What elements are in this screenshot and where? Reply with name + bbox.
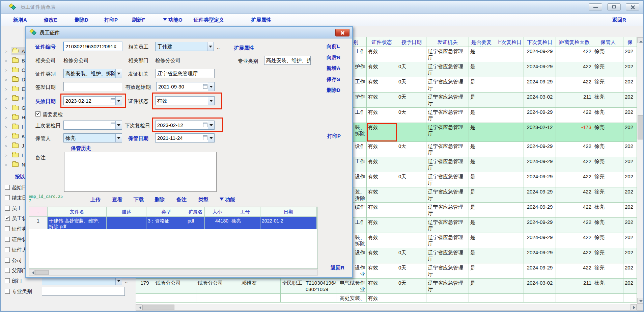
- filter-condition-link[interactable]: 按以: [15, 174, 25, 180]
- employee-more-button[interactable]: ..: [217, 44, 220, 50]
- chevron-down-icon[interactable]: [115, 97, 122, 105]
- table-cell: 0天: [397, 248, 426, 263]
- horizontal-scroll-thumb[interactable]: [35, 270, 49, 275]
- scroll-left-button[interactable]: [29, 270, 35, 275]
- keeper-combobox[interactable]: 徐亮: [63, 133, 122, 142]
- toolbar-item-2[interactable]: 修改E: [44, 17, 57, 23]
- keep-date-datepicker[interactable]: 2021-11-24: [155, 133, 215, 142]
- chevron-right-icon[interactable]: >: [5, 153, 7, 158]
- table-cell: 0天: [397, 77, 426, 93]
- checkbox[interactable]: [5, 226, 10, 231]
- attachment-action-5[interactable]: 备注: [176, 197, 187, 203]
- table-cell: 2024-09-29: [524, 108, 556, 123]
- chevron-down-icon[interactable]: [208, 82, 214, 91]
- restore-button[interactable]: [607, 3, 621, 10]
- chevron-right-icon[interactable]: >: [5, 125, 7, 130]
- dialog-nav-link-3[interactable]: 新增A: [327, 65, 340, 72]
- toolbar-item-7[interactable]: 证件类型定义: [194, 17, 224, 23]
- close-button[interactable]: [626, 3, 639, 10]
- sign-date-input[interactable]: [63, 82, 122, 91]
- toolbar-item-1[interactable]: 新增A: [13, 17, 27, 23]
- checkbox[interactable]: [5, 278, 10, 283]
- table-horizontal-scrollbar[interactable]: [136, 304, 637, 311]
- need-recheck-checkbox[interactable]: [35, 111, 40, 116]
- chevron-right-icon[interactable]: >: [5, 106, 7, 111]
- chevron-right-icon[interactable]: >: [5, 134, 7, 139]
- dialog-nav-link-5[interactable]: 删除D: [327, 87, 340, 94]
- checkbox[interactable]: [5, 289, 10, 294]
- chevron-right-icon[interactable]: >: [5, 68, 7, 73]
- checkbox[interactable]: [5, 195, 10, 200]
- dept-more-button[interactable]: ..: [125, 278, 128, 284]
- scroll-left-button[interactable]: [136, 304, 142, 310]
- major-input[interactable]: 高处安装、维护、拆除作: [264, 56, 311, 65]
- checkbox[interactable]: [5, 268, 10, 273]
- dialog-titlebar: 员工证件: [26, 27, 352, 38]
- chevron-down-icon[interactable]: [115, 134, 122, 142]
- minimize-button[interactable]: [589, 3, 602, 10]
- chevron-down-icon[interactable]: [208, 134, 214, 142]
- chevron-right-icon[interactable]: >: [5, 144, 7, 149]
- employee-combobox[interactable]: 于伟建: [155, 42, 214, 51]
- issuer-input[interactable]: 辽宁省应急管理厅: [155, 69, 215, 78]
- chevron-right-icon[interactable]: >: [5, 162, 7, 167]
- scroll-up-button[interactable]: [637, 37, 644, 43]
- back-button[interactable]: 返回R: [612, 17, 626, 23]
- attachment-action-6[interactable]: 类型: [198, 197, 208, 203]
- table-row[interactable]: 高处安装、有效: [136, 294, 637, 303]
- cert-type-combobox[interactable]: 高处安装、维护、拆除: [63, 69, 122, 78]
- remark-textarea[interactable]: [64, 152, 217, 192]
- chevron-down-icon[interactable]: [115, 121, 122, 129]
- toolbar-item-8[interactable]: 扩展属性: [251, 17, 271, 23]
- dialog-close-button[interactable]: [335, 29, 349, 36]
- attachment-action-2[interactable]: 查看: [112, 197, 122, 203]
- scroll-right-button[interactable]: [631, 304, 637, 310]
- chevron-down-icon[interactable]: [208, 97, 214, 105]
- attachment-action-3[interactable]: 下载: [134, 197, 144, 203]
- attachment-func-menu[interactable]: 功能: [220, 197, 235, 203]
- print-link[interactable]: 打印P: [327, 133, 341, 139]
- scroll-down-button[interactable]: [637, 298, 644, 304]
- table-row[interactable]: 179试验分公司试验分公司邓维友全民职工T2103041964 03021059…: [136, 279, 637, 294]
- valid-from-datepicker[interactable]: 2021-09-30: [156, 82, 215, 91]
- status-combobox[interactable]: 有效: [155, 96, 215, 105]
- chevron-right-icon[interactable]: >: [5, 87, 7, 92]
- dialog-horizontal-scrollbar[interactable]: [29, 269, 318, 276]
- attachment-action-1[interactable]: 上传: [90, 197, 101, 203]
- dialog-nav-link-4[interactable]: 保存S: [327, 76, 340, 83]
- checkbox[interactable]: [5, 185, 10, 190]
- chevron-right-icon[interactable]: >: [5, 77, 7, 82]
- chevron-right-icon[interactable]: >: [5, 49, 7, 54]
- chevron-right-icon[interactable]: >: [5, 115, 7, 120]
- horizontal-scroll-thumb[interactable]: [142, 305, 174, 310]
- keep-history-link[interactable]: 保管历史: [71, 145, 91, 152]
- expire-date-datepicker[interactable]: 2023-02-12: [63, 96, 122, 105]
- checkbox[interactable]: [5, 258, 10, 263]
- vertical-scroll-thumb[interactable]: [638, 115, 644, 139]
- table-cell: 辽宁省应急管理厅: [426, 233, 469, 248]
- toolbar-item-3[interactable]: 删除D: [75, 17, 88, 23]
- major-filter-input[interactable]: [42, 287, 125, 296]
- next-recheck-datepicker[interactable]: 2023-02-12: [155, 121, 215, 130]
- dialog-nav-link-1[interactable]: 向前L: [327, 43, 340, 50]
- table-vertical-scrollbar[interactable]: [637, 37, 644, 304]
- toolbar-item-5[interactable]: 刷新F: [132, 17, 145, 23]
- last-recheck-datepicker[interactable]: [63, 121, 122, 130]
- checkbox[interactable]: [5, 216, 10, 221]
- chevron-down-icon[interactable]: [208, 121, 214, 129]
- checkbox[interactable]: [5, 206, 10, 211]
- chevron-right-icon[interactable]: >: [5, 58, 7, 63]
- dialog-nav-link-2[interactable]: 向后N: [327, 54, 340, 61]
- chevron-right-icon[interactable]: >: [5, 96, 7, 101]
- chevron-down-icon[interactable]: [115, 69, 122, 78]
- dialog-back-link[interactable]: 返回R: [331, 265, 344, 271]
- toolbar-item-6[interactable]: 功能O: [163, 17, 183, 23]
- checkbox[interactable]: [5, 247, 10, 252]
- attachment-action-4[interactable]: 删除: [155, 197, 165, 203]
- chevron-down-icon[interactable]: [207, 42, 214, 51]
- checkbox[interactable]: [5, 237, 10, 242]
- toolbar-item-4[interactable]: 打印P: [104, 17, 118, 23]
- cert-no-input[interactable]: 21030219630212091X: [63, 42, 122, 51]
- attachment-row[interactable]: 1于建伟-高处安装、维护、拆除.pdf3：资格证pdf44180徐亮2022-0…: [29, 217, 317, 229]
- column-header: 是否要复检: [469, 37, 494, 47]
